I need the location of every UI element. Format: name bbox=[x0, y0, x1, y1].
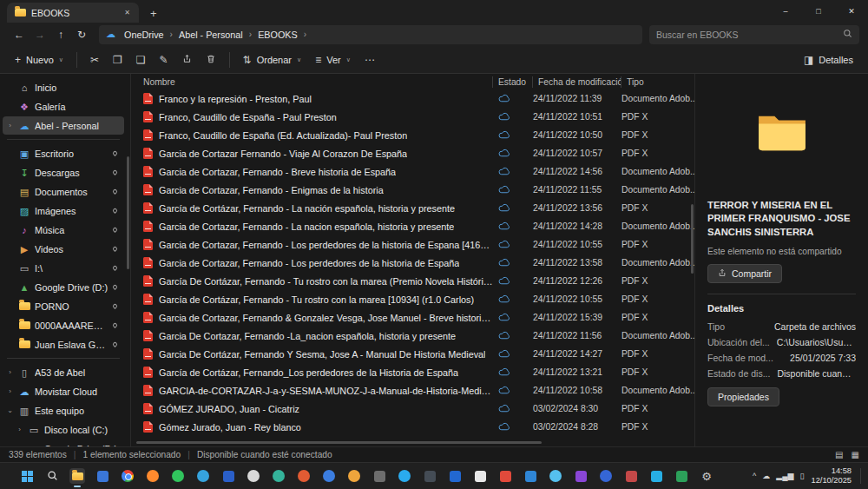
file-row[interactable]: GÓMEZ JURADO, Juan - Cicatriz03/02/2024 … bbox=[131, 400, 694, 418]
sidebar-scrollbar[interactable] bbox=[127, 156, 129, 269]
new-button[interactable]: + Nuevo ∨ bbox=[9, 51, 69, 69]
app-icon-19[interactable] bbox=[472, 468, 488, 484]
chrome-button[interactable] bbox=[120, 468, 135, 484]
sidebar-item-0000aaaaresguardosl[interactable]: 0000AAAARESGUARDOSL bbox=[3, 316, 124, 334]
app-icon-16[interactable] bbox=[397, 468, 412, 484]
sidebar-item-inicio[interactable]: ⌂Inicio bbox=[3, 78, 124, 96]
more-button[interactable]: ⋯ bbox=[358, 51, 381, 69]
sidebar-item-escritorio[interactable]: ▣Escritorio bbox=[3, 144, 124, 162]
file-row[interactable]: Garcia de Cortazar, Fernando - Los perde… bbox=[131, 254, 694, 272]
sidebar-item-google-drive-d[interactable]: ▲Google Drive (D:) bbox=[3, 278, 124, 296]
breadcrumb-segment[interactable]: Abel - Personal bbox=[175, 29, 247, 41]
share-button[interactable] bbox=[176, 50, 198, 69]
minimize-button[interactable]: – bbox=[769, 0, 802, 23]
maximize-button[interactable]: □ bbox=[802, 0, 835, 23]
app-icon-26[interactable] bbox=[648, 468, 664, 484]
app-icon-7[interactable] bbox=[170, 468, 186, 484]
app-icon-17[interactable] bbox=[422, 468, 437, 484]
details-toggle-button[interactable]: ◨ Detalles bbox=[798, 51, 859, 69]
delete-button[interactable] bbox=[200, 50, 222, 69]
properties-button[interactable]: Propiedades bbox=[707, 387, 779, 406]
app-icon-15[interactable] bbox=[372, 468, 387, 484]
file-row[interactable]: Garcia de Cortazar, Fernando - La nacion… bbox=[131, 217, 694, 235]
app-icon-9[interactable] bbox=[220, 468, 236, 484]
file-row[interactable]: Garcia De Cortazar, Fernando -La_nacion … bbox=[131, 327, 694, 345]
file-row[interactable]: Franco, Caudillo de España (Ed. Actualiz… bbox=[131, 126, 694, 144]
file-row[interactable]: Garcia De Cortázar, Fernando Y Sesma, Jo… bbox=[131, 345, 694, 363]
file-row[interactable]: García De Cortázar, Fernando - Tu rostro… bbox=[131, 272, 694, 290]
tab-close-icon[interactable]: ✕ bbox=[121, 8, 134, 17]
app-icon-12[interactable] bbox=[296, 468, 312, 484]
sidebar-item-google-drive-d[interactable]: ›▲Google Drive (D:) bbox=[12, 439, 124, 446]
sidebar-item-movistar-cloud[interactable]: ›☁Movistar Cloud bbox=[3, 382, 124, 400]
app-icon-27[interactable] bbox=[674, 468, 689, 484]
copy-button[interactable]: ❐ bbox=[107, 51, 128, 69]
refresh-button[interactable]: ↻ bbox=[71, 29, 92, 41]
file-row[interactable]: GARCIA-de-CORTAZAR-J-a-y-SESMA-MUNOZ-J-a… bbox=[131, 381, 694, 400]
file-row[interactable]: García de Cortázar, Fernando - Tu rostro… bbox=[131, 290, 694, 308]
settings-button[interactable]: ⚙ bbox=[699, 468, 714, 484]
file-row[interactable]: García de Cortázar, Fernando_Los perdedo… bbox=[131, 363, 694, 381]
start-button[interactable] bbox=[19, 468, 35, 484]
app-icon-24[interactable] bbox=[598, 468, 614, 484]
battery-icon[interactable]: ▯ bbox=[800, 472, 805, 480]
app-icon-25[interactable] bbox=[623, 468, 639, 484]
details-view-toggle[interactable]: ▤ bbox=[835, 450, 843, 459]
app-icon-21[interactable] bbox=[523, 468, 538, 484]
file-row[interactable]: Garcia de Cortazar, Fernando & Gonzalez … bbox=[131, 308, 694, 327]
app-icon-11[interactable] bbox=[271, 468, 286, 484]
column-header-estado[interactable]: Estado bbox=[493, 76, 533, 88]
up-button[interactable]: ↑ bbox=[50, 29, 71, 41]
sidebar-item-disco-local-c[interactable]: ›▭Disco local (C:) bbox=[12, 420, 124, 439]
app-icon-18[interactable] bbox=[447, 468, 463, 484]
cut-button[interactable]: ✂ bbox=[84, 51, 105, 69]
column-header-tipo[interactable]: Tipo bbox=[621, 76, 694, 88]
tray-chevron-icon[interactable]: ^ bbox=[753, 472, 756, 480]
file-row[interactable]: Gómez Jurado, Juan - Rey blanco03/02/202… bbox=[131, 418, 694, 436]
app-icon-23[interactable] bbox=[573, 468, 589, 484]
breadcrumb-segment[interactable]: OneDrive bbox=[121, 29, 168, 41]
close-button[interactable]: ✕ bbox=[835, 0, 868, 23]
new-tab-button[interactable]: + bbox=[146, 8, 161, 19]
app-icon-22[interactable] bbox=[548, 468, 563, 484]
onedrive-tray-icon[interactable]: ☁ bbox=[762, 472, 770, 480]
app-icon-8[interactable] bbox=[195, 468, 211, 484]
file-row[interactable]: Garcia de Cortazar Fernando - Viaje Al C… bbox=[131, 144, 694, 162]
sidebar-item-videos[interactable]: ▶Videos bbox=[3, 240, 124, 258]
file-row[interactable]: Franco y la represión - Preston, Paul24/… bbox=[131, 89, 694, 108]
sidebar-item-im-genes[interactable]: ▨Imágenes bbox=[3, 202, 124, 220]
window-tab[interactable]: EBOOKS ✕ bbox=[7, 3, 139, 23]
sidebar-item-a53-de-abel[interactable]: ›▯A53 de Abel bbox=[3, 363, 124, 381]
sidebar-item-abel-personal[interactable]: ›☁Abel - Personal bbox=[3, 116, 124, 135]
search-button[interactable] bbox=[44, 468, 60, 484]
large-icons-view-toggle[interactable]: ▦ bbox=[852, 450, 859, 459]
sidebar-item-documentos[interactable]: ▤Documentos bbox=[3, 182, 124, 201]
sidebar-item-este-equipo[interactable]: ⌄▥Este equipo bbox=[3, 401, 124, 420]
horizontal-scrollbar[interactable] bbox=[136, 441, 542, 444]
back-button[interactable]: ← bbox=[9, 29, 30, 41]
search-input[interactable] bbox=[656, 30, 838, 40]
sidebar-item-descargas[interactable]: ↧Descargas bbox=[3, 163, 124, 182]
file-row[interactable]: García de Cortázar, Fernando - La nación… bbox=[131, 199, 694, 217]
app-icon-10[interactable] bbox=[246, 468, 261, 484]
sidebar-item-juan-eslava-gal-n[interactable]: Juan Eslava Galán bbox=[3, 335, 124, 354]
app-icon-4[interactable] bbox=[95, 468, 110, 484]
sidebar-item-porno[interactable]: PORNO bbox=[3, 297, 124, 315]
vertical-scrollbar[interactable] bbox=[691, 204, 694, 274]
app-icon-20[interactable] bbox=[497, 468, 513, 484]
app-icon-14[interactable] bbox=[346, 468, 362, 484]
rename-button[interactable]: ✎ bbox=[154, 51, 174, 69]
network-icon[interactable]: ▂▄▆ bbox=[776, 472, 793, 480]
file-row[interactable]: Garcia de Cortazar, Fernando - Los perde… bbox=[131, 235, 694, 254]
forward-button[interactable]: → bbox=[30, 29, 50, 41]
breadcrumb-segment[interactable]: EBOOKS bbox=[254, 29, 301, 41]
sidebar-item-m-sica[interactable]: ♪Música bbox=[3, 221, 124, 239]
file-row[interactable]: Franco, Caudillo de España - Paul Presto… bbox=[131, 108, 694, 126]
file-row[interactable]: Garcia de Cortazar, Fernando - Enigmas d… bbox=[131, 181, 694, 199]
share-item-button[interactable]: Compartir bbox=[707, 264, 782, 283]
sort-button[interactable]: ⇅ Ordenar ∨ bbox=[237, 51, 308, 69]
paste-button[interactable]: ❏ bbox=[130, 51, 152, 69]
app-icon-6[interactable] bbox=[145, 468, 161, 484]
file-explorer-button[interactable] bbox=[69, 468, 85, 484]
column-header-nombre[interactable]: Nombre bbox=[131, 76, 493, 88]
